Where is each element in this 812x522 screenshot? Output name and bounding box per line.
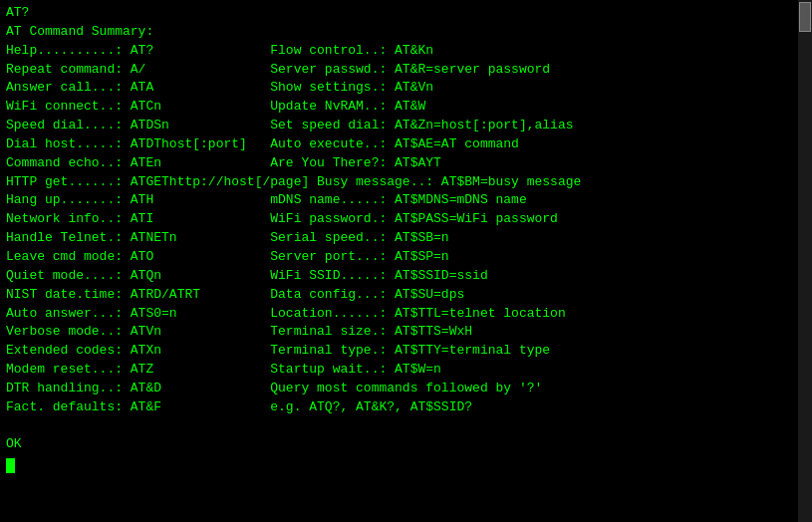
terminal-output[interactable]: AT? AT Command Summary: Help..........: … [0,0,798,522]
scrollbar[interactable] [798,0,812,522]
scroll-thumb[interactable] [799,2,811,32]
terminal-cursor [6,458,15,473]
